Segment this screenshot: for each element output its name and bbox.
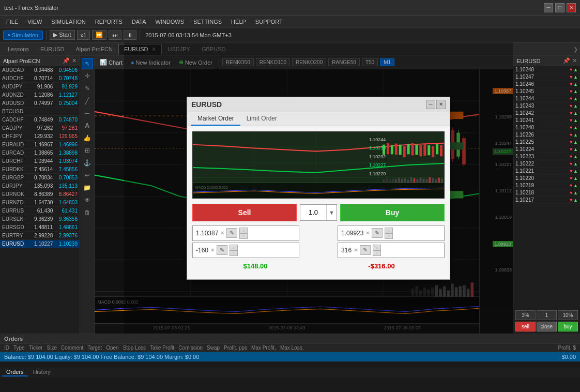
tab-lessons[interactable]: Lessons xyxy=(2,44,35,54)
ob-row[interactable]: 1.10217▼▲ xyxy=(513,197,580,204)
buy-price-down-button[interactable]: ▼ xyxy=(385,233,393,239)
menu-view[interactable]: VIEW xyxy=(23,18,46,26)
list-item[interactable]: CHFJPY129.932129.965 xyxy=(0,132,80,141)
modal-close-button[interactable]: ✕ xyxy=(436,100,446,109)
list-item[interactable]: EURTRY2.992282.99376 xyxy=(0,232,80,240)
step-forward-button[interactable]: ⏭ xyxy=(109,31,121,40)
cursor-tool[interactable]: ↖ xyxy=(82,58,93,69)
list-item[interactable]: EURJPY135.093135.113 xyxy=(0,182,80,190)
ob-row[interactable]: 1.10219▼▲ xyxy=(513,182,580,189)
sell-pips-clear[interactable]: ✕ xyxy=(210,247,215,253)
tab-alpari[interactable]: Alpari ProECN xyxy=(70,44,118,54)
speed-button[interactable]: x1 xyxy=(77,31,90,40)
ob-row[interactable]: 1.10220▼▲ xyxy=(513,175,580,182)
rp-pct-button[interactable]: 3% xyxy=(515,310,536,320)
buy-pips-up-button[interactable]: ▲ xyxy=(373,245,381,250)
list-item[interactable]: AUDJPY91.90691.929 xyxy=(0,83,80,91)
list-item[interactable]: EURNOK8.863898.86427 xyxy=(0,190,80,199)
menu-windows[interactable]: WINDOWS xyxy=(151,18,188,26)
anchor-tool[interactable]: ⚓ xyxy=(82,157,93,169)
chart-button[interactable]: 📊 Chart xyxy=(97,58,126,67)
ob-row[interactable]: 1.10248▼▲ xyxy=(513,66,580,73)
trash-tool[interactable]: 🗑 xyxy=(82,207,93,218)
buy-pips-edit-button[interactable]: ✎ xyxy=(360,245,371,255)
buy-price-up-button[interactable]: ▲ xyxy=(385,228,393,233)
modal-tab-limit[interactable]: Limit Order xyxy=(240,112,283,126)
ob-row[interactable]: 1.10225▼▲ xyxy=(513,139,580,146)
menu-simulation[interactable]: SIMULATION xyxy=(47,18,89,26)
orderbook-close-icon[interactable]: ✕ xyxy=(572,57,577,64)
quick-buy-button[interactable]: buy xyxy=(558,322,578,331)
sell-price-up-button[interactable]: ▲ xyxy=(239,228,248,233)
quick-close-button[interactable]: close xyxy=(537,322,557,331)
ob-row[interactable]: 1.10246▼▲ xyxy=(513,81,580,88)
list-item[interactable]: EURRUB61.43061.431 xyxy=(0,207,80,215)
sell-price-edit-button[interactable]: ✎ xyxy=(226,228,237,238)
text-tool[interactable]: A xyxy=(82,120,93,131)
line-tool[interactable]: ╱ xyxy=(82,95,93,107)
lot-dropdown-icon[interactable]: ▼ xyxy=(326,205,337,220)
close-button[interactable]: ✕ xyxy=(567,3,576,12)
hline-tool[interactable]: ─ xyxy=(82,108,93,119)
buy-pips-clear[interactable]: ✕ xyxy=(354,247,358,253)
list-item[interactable]: AUDCHF0.707140.70748 xyxy=(0,74,80,83)
sell-pips-edit-button[interactable]: ✎ xyxy=(217,245,227,255)
lot-input[interactable] xyxy=(300,208,326,216)
sell-button[interactable]: Sell xyxy=(192,204,297,221)
ob-row[interactable]: 1.10240▼▲ xyxy=(513,124,580,131)
buy-price-clear[interactable]: ✕ xyxy=(365,230,370,236)
menu-data[interactable]: DATA xyxy=(128,18,150,26)
maximize-button[interactable]: □ xyxy=(555,3,564,12)
list-item[interactable]: CADJPY97.26297.281 xyxy=(0,124,80,132)
list-item[interactable]: EURCHF1.039441.03974 xyxy=(0,157,80,165)
ob-row[interactable]: 1.10244▼▲ xyxy=(513,95,580,102)
menu-settings[interactable]: SETTINGS xyxy=(189,18,226,26)
ob-row[interactable]: 1.10218▼▲ xyxy=(513,189,580,197)
ob-row[interactable]: 1.10224▼▲ xyxy=(513,146,580,153)
tab-eurusd-watch[interactable]: EURUSD xyxy=(35,44,70,54)
ob-row[interactable]: 1.10222▼▲ xyxy=(513,160,580,168)
start-button[interactable]: ▶ Start xyxy=(50,30,74,40)
watchlist-close-icon[interactable]: ✕ xyxy=(72,57,77,64)
list-item[interactable]: EURNZD1.647301.64803 xyxy=(0,199,80,207)
undo-tool[interactable]: ↩ xyxy=(82,170,93,181)
fast-forward-button[interactable]: ⏩ xyxy=(92,30,106,40)
menu-help[interactable]: HELP xyxy=(227,18,250,26)
ob-row[interactable]: 1.10243▼▲ xyxy=(513,102,580,110)
list-item[interactable]: AUDNZD1.120861.12127 xyxy=(0,91,80,99)
orderbook-pin-icon[interactable]: 📌 xyxy=(563,57,570,64)
ob-row[interactable]: 1.10241▼▲ xyxy=(513,117,580,124)
sell-pips-up-button[interactable]: ▲ xyxy=(230,245,238,250)
rp-lot-button[interactable]: 1 xyxy=(537,310,557,320)
list-item[interactable]: EURCAD1.388651.38898 xyxy=(0,149,80,157)
rp-pct2-button[interactable]: 10% xyxy=(558,310,578,320)
skip-button[interactable]: ⏸ xyxy=(124,31,136,40)
list-item[interactable]: AUDCAD0.944880.94506 xyxy=(0,66,80,74)
list-item[interactable]: EURGBP0.708340.70853 xyxy=(0,174,80,182)
list-item[interactable]: BTCUSD xyxy=(0,108,80,116)
ob-row[interactable]: 1.10223▼▲ xyxy=(513,153,580,160)
menu-reports[interactable]: REPORTS xyxy=(91,18,127,26)
tab-scroll-icon[interactable]: ❯ xyxy=(573,46,578,53)
history-tab[interactable]: History xyxy=(29,368,55,376)
sell-price-clear[interactable]: ✕ xyxy=(220,230,224,236)
crosshair-tool[interactable]: ✛ xyxy=(82,70,93,82)
buy-pips-down-button[interactable]: ▼ xyxy=(373,250,381,256)
signal-up-tool[interactable]: 👍 xyxy=(82,132,93,144)
list-item[interactable]: EURDKK7.456147.45856 xyxy=(0,165,80,174)
modal-tab-market[interactable]: Market Order xyxy=(191,112,240,126)
sell-pips-down-button[interactable]: ▼ xyxy=(230,250,238,256)
menu-support[interactable]: SUPPORT xyxy=(251,18,287,26)
sell-price-down-button[interactable]: ▼ xyxy=(239,233,248,239)
ob-row[interactable]: 1.10221▼▲ xyxy=(513,168,580,175)
lot-selector[interactable]: ▼ xyxy=(300,204,337,221)
buy-button[interactable]: Buy xyxy=(340,204,445,221)
list-item[interactable]: AUDUSD0.749970.75004 xyxy=(0,99,80,108)
list-item[interactable]: EURSEK9.362399.36356 xyxy=(0,215,80,223)
shapes-tool[interactable]: ⊞ xyxy=(82,145,93,156)
list-item-eurusd[interactable]: EURUSD1.102271.10239 xyxy=(0,240,80,248)
pencil-tool[interactable]: ✎ xyxy=(82,83,93,94)
orders-tab[interactable]: Orders xyxy=(2,368,28,376)
buy-price-edit-button[interactable]: ✎ xyxy=(372,228,383,238)
ob-row[interactable]: 1.10245▼▲ xyxy=(513,88,580,95)
